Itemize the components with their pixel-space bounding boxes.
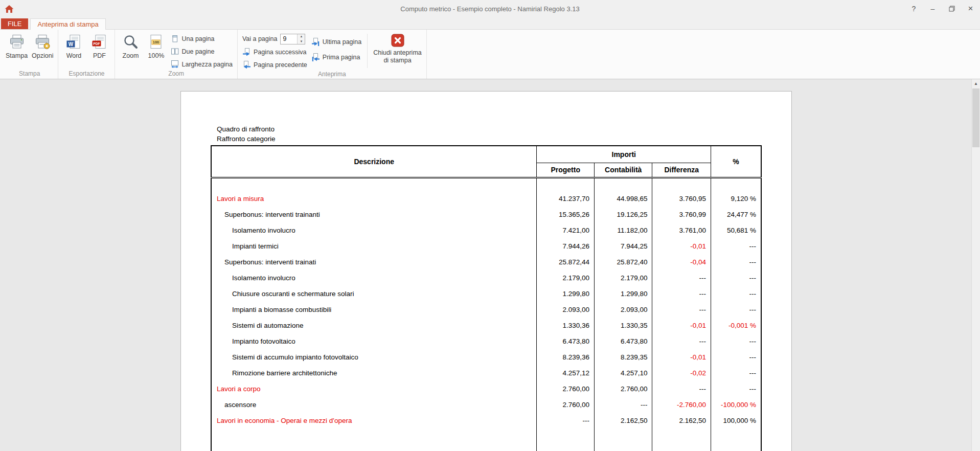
zoom-100-icon: 100 [148,33,164,51]
ultima-pagina-button[interactable]: Ultima pagina [309,36,363,48]
table-row: Lavori a misura41.237,7044.998,653.760,9… [211,191,761,207]
cell-descrizione: Superbonus: interventi trainanti [211,207,537,222]
page-nav-stack: Vai a pagina ▲ ▼ Pagin [240,31,309,71]
previous-page-icon [242,61,251,69]
cell-progetto: 2.760,00 [537,381,595,397]
cell-contabilita: 2.179,00 [594,270,652,286]
due-pagine-label: Due pagine [181,48,214,55]
filler-cell [711,429,761,451]
cell-descrizione: Lavori in economia - Operai e mezzi d'op… [211,413,537,429]
vai-a-pagina-label: Vai a pagina [242,35,278,42]
cell-percento: 100,000 % [711,413,761,429]
cell-differenza: -0,04 [652,254,711,270]
cell-progetto: 7.421,00 [537,222,595,238]
larghezza-pagina-label: Larghezza pagina [181,61,232,68]
opzioni-button[interactable]: Opzioni [30,31,55,70]
table-row: Sistemi di accumulo impianto fotovoltaic… [211,349,761,365]
export-pdf-button[interactable]: PDF PDF [86,31,112,70]
cell-percento: 50,681 % [711,222,761,238]
cell-progetto: 41.237,70 [537,191,595,207]
minimize-button[interactable]: – [923,0,942,17]
page-number-spinner: ▲ ▼ [280,34,305,44]
spinner-down-icon[interactable]: ▼ [298,39,305,44]
cell-contabilita: 6.473,80 [594,333,652,349]
page-width-icon [171,60,179,69]
cell-progetto: 4.257,12 [537,365,595,381]
pagina-precedente-button[interactable]: Pagina precedente [240,59,309,71]
cell-descrizione: Sistemi di automazione [211,318,537,333]
tab-anteprima-di-stampa[interactable]: Anteprima di stampa [30,18,105,30]
word-button-label: Word [66,52,82,60]
one-page-icon [171,35,179,43]
cell-contabilita: --- [594,397,652,413]
pagina-successiva-button[interactable]: Pagina successiva [240,46,309,58]
chiudi-anteprima-label-line1: Chiudi anteprima [373,49,422,57]
cell-progetto: 15.365,26 [537,207,595,222]
filler-cell [652,429,711,451]
cell-descrizione: Lavori a misura [211,191,537,207]
cell-contabilita: 1.330,35 [594,318,652,333]
table-row: Superbonus: interventi trainanti15.365,2… [211,207,761,222]
app-home-icon[interactable] [0,0,18,17]
last-page-icon [311,38,320,46]
due-pagine-button[interactable]: Due pagine [169,46,234,57]
table-row: Rimozione barriere architettoniche4.257,… [211,365,761,381]
cell-descrizione: Impianto fotovoltaico [211,333,537,349]
restore-button[interactable] [942,0,961,17]
export-word-button[interactable]: W Word [61,31,86,70]
zoom-button[interactable]: Zoom [118,31,143,70]
cell-progetto: 2.093,00 [537,302,595,318]
cell-percento: --- [711,302,761,318]
table-filler-row [211,429,761,451]
scrollbar-up-icon[interactable]: ▲ [972,79,980,88]
cell-descrizione: Rimozione barriere architettoniche [211,365,537,381]
cell-progetto: 7.944,26 [537,238,595,254]
prima-pagina-button[interactable]: Prima pagina [309,51,363,63]
document-title-line1: Quadro di raffronto [217,124,276,134]
larghezza-pagina-button[interactable]: Larghezza pagina [169,58,234,70]
cell-percento: --- [711,381,761,397]
chiudi-anteprima-button[interactable]: Chiudi anteprima di stampa [371,31,424,71]
ribbon-inner-separator [367,34,368,68]
cell-percento: --- [711,286,761,302]
scrollbar-thumb[interactable] [972,88,979,147]
spinner-up-icon[interactable]: ▲ [298,34,305,39]
table-row: Lavori a corpo2.760,002.760,00------ [211,381,761,397]
cell-descrizione: Impianti a biomasse combustibili [211,302,537,318]
close-button[interactable]: × [961,0,980,17]
word-document-icon: W [66,33,81,51]
ribbon-tab-row: FILE Anteprima di stampa [0,17,980,30]
first-page-icon [311,53,320,61]
cell-contabilita: 8.239,35 [594,349,652,365]
help-button[interactable]: ? [904,0,923,17]
tab-file[interactable]: FILE [1,18,28,29]
zoom-100-button[interactable]: 100 100% [143,31,169,70]
cell-differenza: 3.760,99 [652,207,711,222]
home-icon [5,5,14,13]
cell-progetto: 8.239,36 [537,349,595,365]
titlebar: Computo metrico - Esempio completo - Nam… [0,0,980,17]
stampa-button[interactable]: Stampa [4,31,30,70]
prima-pagina-label: Prima pagina [323,54,360,61]
page-number-input[interactable] [281,34,297,44]
cell-differenza: --- [652,381,711,397]
magnifier-icon [123,33,138,51]
comparison-table: Descrizione Importi % Progetto Contabili… [211,145,762,451]
filler-cell [537,429,595,451]
ribbon: Stampa Opzioni Stampa [0,30,980,79]
cell-contabilita: 7.944,25 [594,238,652,254]
filler-cell [211,429,537,451]
stampa-button-label: Stampa [6,52,28,60]
cell-percento: --- [711,254,761,270]
cell-differenza: -2.760,00 [652,397,711,413]
una-pagina-button[interactable]: Una pagina [169,33,234,44]
cell-progetto: --- [537,413,595,429]
chiudi-anteprima-label-line2: di stampa [383,57,411,64]
vertical-scrollbar[interactable]: ▲ [971,79,980,451]
group-label-esportazione: Esportazione [58,70,115,79]
table-row: Isolamento involucro7.421,0011.182,003.7… [211,222,761,238]
document-titles: Quadro di raffronto Raffronto categorie [217,124,276,144]
cell-descrizione: Impianti termici [211,238,537,254]
page-jump-stack: Ultima pagina Prima pagina [309,31,363,71]
document-title-line2: Raffronto categorie [217,134,276,144]
